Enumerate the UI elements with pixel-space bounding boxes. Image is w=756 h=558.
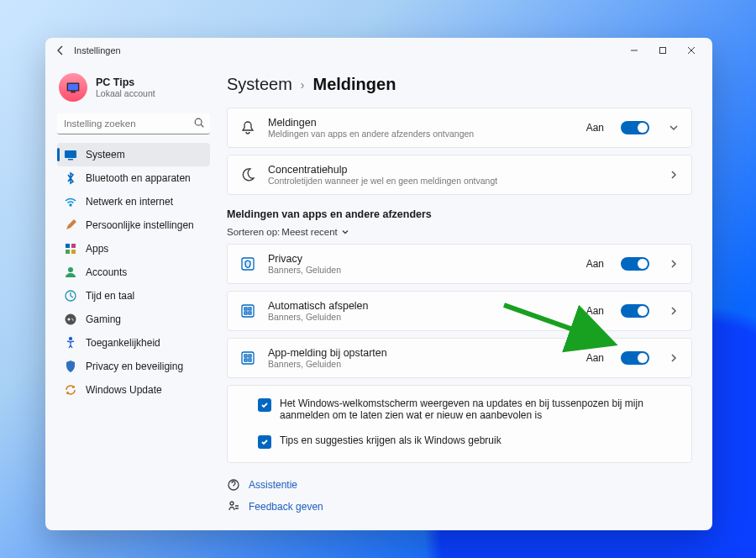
link-help[interactable]: Assistentie bbox=[227, 478, 692, 492]
link-feedback[interactable]: Feedback geven bbox=[227, 500, 692, 513]
app-title: Privacy bbox=[268, 253, 575, 265]
svg-point-16 bbox=[68, 267, 73, 272]
svg-rect-24 bbox=[244, 312, 247, 314]
link-label: Feedback geven bbox=[249, 501, 323, 513]
svg-rect-22 bbox=[244, 308, 247, 310]
svg-rect-14 bbox=[66, 250, 70, 254]
svg-rect-27 bbox=[244, 355, 247, 357]
nav-list: Systeem Bluetooth en apparaten Netwerk e… bbox=[57, 143, 210, 402]
nav-bluetooth[interactable]: Bluetooth en apparaten bbox=[57, 166, 210, 190]
grid-square-icon bbox=[239, 303, 256, 319]
nav-label: Windows Update bbox=[86, 384, 162, 396]
app-title: App-melding bij opstarten bbox=[268, 347, 575, 359]
toggle-state: Aan bbox=[586, 122, 604, 134]
app-title: Automatisch afspelen bbox=[268, 300, 575, 312]
minimize-button[interactable] bbox=[620, 39, 648, 61]
checkbox-card: Het Windows-welkomstscherm weergeven na … bbox=[227, 385, 692, 463]
app-toggle[interactable] bbox=[621, 257, 649, 271]
nav-label: Systeem bbox=[86, 149, 125, 161]
accessibility-icon bbox=[64, 336, 77, 350]
bluetooth-icon bbox=[64, 171, 77, 185]
globe-clock-icon bbox=[64, 289, 77, 303]
avatar bbox=[59, 73, 87, 102]
account-name: PC Tips bbox=[96, 76, 155, 88]
svg-rect-1 bbox=[660, 48, 666, 54]
app-row-startup[interactable]: App-melding bij opstarten Banners, Gelui… bbox=[227, 338, 692, 378]
checkbox-welcome[interactable]: Het Windows-welkomstscherm weergeven na … bbox=[228, 389, 691, 423]
nav-label: Netwerk en internet bbox=[86, 196, 173, 208]
card-title: Meldingen bbox=[268, 117, 575, 129]
nav-accessibility[interactable]: Toegankelijkheid bbox=[57, 331, 210, 355]
settings-window: Instellingen PC Tips Lokaal account bbox=[45, 38, 712, 530]
card-desc: Controletijden wanneer je wel en geen me… bbox=[268, 176, 649, 186]
nav-label: Bluetooth en apparaten bbox=[86, 172, 191, 184]
svg-rect-13 bbox=[71, 244, 76, 248]
chevron-right-icon[interactable] bbox=[668, 258, 680, 270]
nav-privacy[interactable]: Privacy en beveiliging bbox=[57, 355, 210, 378]
checkbox-tips[interactable]: Tips en suggesties krijgen als ik Window… bbox=[228, 426, 691, 459]
app-desc: Banners, Geluiden bbox=[268, 312, 575, 322]
chevron-right-icon[interactable] bbox=[668, 169, 680, 181]
shield-icon bbox=[64, 360, 77, 373]
svg-rect-5 bbox=[68, 84, 78, 90]
checkbox-checked-icon bbox=[258, 435, 271, 449]
maximize-button[interactable] bbox=[648, 39, 677, 61]
toggle-state: Aan bbox=[586, 305, 604, 317]
nav-gaming[interactable]: Gaming bbox=[57, 308, 210, 331]
notifications-toggle[interactable] bbox=[621, 121, 649, 134]
app-row-privacy[interactable]: Privacy Banners, Geluiden Aan bbox=[227, 244, 692, 284]
svg-rect-9 bbox=[65, 150, 76, 158]
nav-update[interactable]: Windows Update bbox=[57, 378, 210, 402]
svg-point-32 bbox=[230, 502, 234, 505]
app-desc: Banners, Geluiden bbox=[268, 359, 575, 369]
toggle-state: Aan bbox=[586, 258, 604, 270]
svg-rect-12 bbox=[66, 244, 70, 248]
card-desc: Meldingen van apps en andere afzenders o… bbox=[268, 129, 575, 139]
nav-label: Toegankelijkheid bbox=[86, 337, 160, 349]
nav-accounts[interactable]: Accounts bbox=[57, 261, 210, 284]
update-icon bbox=[64, 383, 77, 397]
wifi-icon bbox=[64, 195, 77, 208]
nav-label: Tijd en taal bbox=[86, 290, 134, 302]
app-toggle[interactable] bbox=[621, 304, 649, 318]
card-focus-assist[interactable]: Concentratiehulp Controletijden wanneer … bbox=[227, 155, 692, 195]
app-toggle[interactable] bbox=[621, 351, 649, 365]
svg-point-11 bbox=[70, 204, 71, 206]
svg-point-19 bbox=[70, 338, 72, 340]
display-icon bbox=[64, 148, 77, 161]
person-icon bbox=[64, 266, 77, 279]
back-button[interactable] bbox=[54, 44, 67, 57]
svg-point-7 bbox=[195, 118, 202, 125]
nav-system[interactable]: Systeem bbox=[57, 143, 210, 166]
nav-personalization[interactable]: Persoonlijke instellingen bbox=[57, 213, 210, 237]
chevron-right-icon: › bbox=[301, 78, 305, 92]
help-icon bbox=[227, 478, 240, 492]
shield-square-icon bbox=[239, 255, 256, 272]
chevron-right-icon[interactable] bbox=[668, 305, 680, 317]
app-row-autoplay[interactable]: Automatisch afspelen Banners, Geluiden A… bbox=[227, 291, 692, 331]
svg-line-8 bbox=[201, 124, 203, 127]
search-icon bbox=[193, 117, 205, 129]
card-notifications[interactable]: Meldingen Meldingen van apps en andere a… bbox=[227, 108, 692, 148]
svg-rect-23 bbox=[249, 308, 251, 310]
chevron-down-icon[interactable] bbox=[668, 122, 680, 134]
link-label: Assistentie bbox=[249, 479, 297, 491]
account-block[interactable]: PC Tips Lokaal account bbox=[57, 68, 210, 110]
svg-rect-15 bbox=[71, 250, 76, 254]
main-content: Systeem › Meldingen Meldingen Meldingen … bbox=[218, 63, 712, 530]
breadcrumb-parent[interactable]: Systeem bbox=[227, 75, 292, 94]
nav-label: Accounts bbox=[86, 266, 127, 278]
nav-network[interactable]: Netwerk en internet bbox=[57, 190, 210, 213]
close-button[interactable] bbox=[677, 39, 706, 61]
chevron-right-icon[interactable] bbox=[668, 352, 680, 364]
sidebar: PC Tips Lokaal account Systeem Bluetooth… bbox=[45, 63, 218, 530]
bell-icon bbox=[239, 119, 256, 136]
nav-time[interactable]: Tijd en taal bbox=[57, 284, 210, 308]
app-desc: Banners, Geluiden bbox=[268, 265, 575, 275]
app-title: Instellingen bbox=[74, 45, 121, 55]
search-input[interactable] bbox=[57, 113, 210, 134]
sort-control[interactable]: Sorteren op: Meest recent bbox=[227, 227, 692, 237]
nav-apps[interactable]: Apps bbox=[57, 237, 210, 261]
svg-point-18 bbox=[66, 314, 76, 325]
svg-rect-21 bbox=[242, 305, 254, 317]
